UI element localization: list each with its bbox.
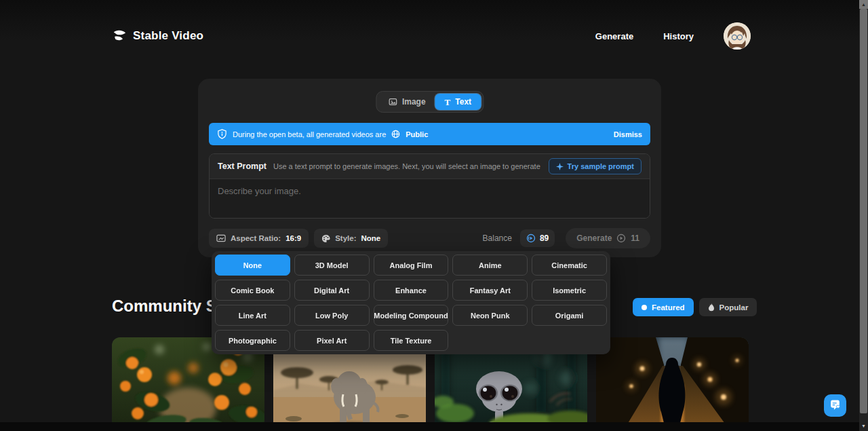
style-option-none[interactable]: None (215, 255, 290, 276)
app-title: Stable Video (133, 29, 203, 43)
prompt-title: Text Prompt (218, 162, 267, 171)
community-filters: Featured Popular (633, 298, 757, 316)
header: Stable Video Generate History (0, 0, 859, 72)
chat-heart-icon (829, 399, 842, 412)
logo[interactable]: Stable Video (112, 29, 203, 43)
text-prompt-header: Text Prompt Use a text prompt to generat… (210, 154, 650, 179)
scrollbar-thumb[interactable] (860, 9, 867, 413)
generator-controls: Aspect Ratio: 16:9 Style: None Balance (209, 228, 650, 248)
style-option-tile-texture[interactable]: Tile Texture (374, 330, 449, 351)
style-option-3d-model[interactable]: 3D Model (294, 255, 370, 276)
style-option-comic-book[interactable]: Comic Book (215, 280, 290, 301)
filter-featured[interactable]: Featured (633, 298, 694, 316)
flame-icon (708, 303, 715, 312)
dismiss-button[interactable]: Dismiss (614, 130, 642, 138)
filter-popular-label: Popular (719, 303, 749, 312)
style-option-digital-art[interactable]: Digital Art (294, 280, 370, 301)
filter-featured-label: Featured (652, 303, 685, 312)
style-option-analog-film[interactable]: Analog Film (374, 255, 449, 276)
style-option-low-poly[interactable]: Low Poly (294, 305, 370, 326)
sparkle-icon (556, 163, 564, 170)
style-option-cinematic[interactable]: Cinematic (532, 255, 607, 276)
tab-image[interactable]: Image (378, 94, 435, 110)
style-option-line-art[interactable]: Line Art (215, 305, 290, 326)
style-option-fantasy-art[interactable]: Fantasy Art (452, 280, 528, 301)
tab-text-label: Text (455, 97, 471, 107)
aspect-ratio-label: Aspect Ratio: (231, 234, 281, 242)
sample-button-label: Try sample prompt (568, 162, 634, 170)
style-option-isometric[interactable]: Isometric (532, 280, 607, 301)
tab-text[interactable]: T Text (435, 94, 481, 110)
balance-value: 89 (540, 233, 549, 243)
feedback-chat-button[interactable] (824, 394, 846, 417)
generator-card: Image T Text During the open beta, all g… (198, 79, 661, 257)
nav-generate[interactable]: Generate (595, 31, 633, 41)
scrollbar-up-arrow[interactable]: ▲ (859, 0, 868, 9)
style-option-enhance[interactable]: Enhance (374, 280, 449, 301)
nav-history[interactable]: History (663, 31, 694, 41)
try-sample-prompt-button[interactable]: Try sample prompt (549, 158, 642, 174)
frame-icon (216, 234, 226, 242)
scrollbar[interactable]: ▲ ▼ (859, 0, 868, 431)
beta-banner: During the open beta, all generated vide… (209, 123, 650, 145)
style-option-origami[interactable]: Origami (532, 305, 607, 326)
aspect-ratio-button[interactable]: Aspect Ratio: 16:9 (209, 229, 309, 248)
globe-icon (391, 130, 400, 138)
text-icon: T (445, 98, 451, 107)
banner-message: During the open beta, all generated vide… (233, 130, 386, 138)
prompt-textarea[interactable] (210, 179, 650, 218)
bottom-strip (0, 422, 859, 431)
stability-logo-icon (112, 29, 127, 43)
balance-label: Balance (483, 233, 512, 243)
community-image-rainy-alley[interactable] (596, 337, 749, 431)
cost-coin-icon (616, 233, 626, 243)
mode-toggle: Image T Text (376, 91, 484, 113)
style-button[interactable]: Style: None (314, 229, 388, 248)
style-option-neon-punk[interactable]: Neon Punk (452, 305, 528, 326)
featured-dot-icon (642, 305, 647, 310)
shield-info-icon (217, 129, 227, 139)
generate-label: Generate (576, 233, 612, 243)
prompt-description: Use a text prompt to generate images. Ne… (273, 162, 542, 170)
generate-button[interactable]: Generate 11 (566, 228, 650, 248)
palette-icon (321, 234, 330, 243)
style-value: None (361, 234, 380, 242)
image-icon (388, 97, 397, 107)
style-label: Style: (335, 234, 356, 242)
main-nav: Generate History (595, 22, 751, 50)
style-option-anime[interactable]: Anime (452, 255, 528, 276)
stable-video-app: Stable Video Generate History (0, 0, 868, 431)
tab-image-label: Image (402, 97, 426, 107)
aspect-ratio-value: 16:9 (285, 234, 301, 242)
generate-cost: 11 (631, 233, 639, 243)
user-avatar[interactable] (724, 22, 751, 50)
style-option-photographic[interactable]: Photographic (215, 330, 290, 351)
style-option-pixel-art[interactable]: Pixel Art (294, 330, 370, 351)
credits-coin-icon (526, 233, 536, 243)
balance-pill: 89 (520, 229, 555, 247)
style-dropdown-menu: None 3D Model Analog Film Anime Cinemati… (212, 251, 610, 354)
banner-visibility: Public (406, 130, 428, 138)
style-option-modeling-compound[interactable]: Modeling Compound (374, 305, 449, 326)
scrollbar-down-arrow[interactable]: ▼ (859, 421, 868, 430)
filter-popular[interactable]: Popular (699, 298, 757, 316)
text-prompt-panel: Text Prompt Use a text prompt to generat… (209, 153, 650, 219)
